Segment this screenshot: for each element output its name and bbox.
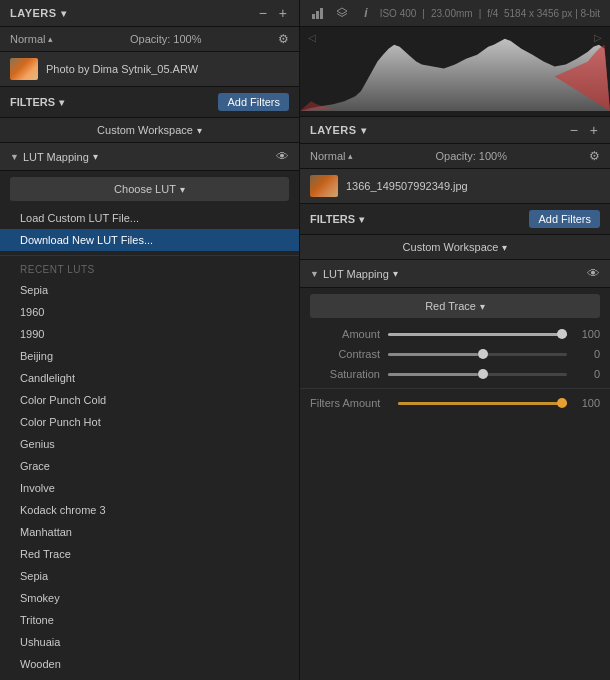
histogram-labels: ◁ ▷ <box>300 32 610 43</box>
list-item[interactable]: Red Trace <box>0 543 299 565</box>
list-item[interactable]: Tritone <box>0 609 299 631</box>
chevron-down-icon: ▾ <box>359 214 364 225</box>
settings-button[interactable]: ⚙ <box>278 32 289 46</box>
histogram-icon[interactable] <box>310 5 326 21</box>
right-layers-title: LAYERS ▾ <box>310 124 366 136</box>
right-workspace-selector[interactable]: Custom Workspace ▾ <box>403 241 508 253</box>
contrast-row: Contrast 0 <box>300 344 610 364</box>
triangle-down-icon: ▼ <box>310 269 319 279</box>
thumbnail-image <box>10 58 38 80</box>
right-minimize-button[interactable]: − <box>568 123 580 137</box>
list-item[interactable]: 1960 <box>0 301 299 323</box>
right-settings-button[interactable]: ⚙ <box>589 149 600 163</box>
chevron-down-icon: ▾ <box>180 184 185 195</box>
list-item[interactable]: Wooden <box>0 653 299 675</box>
list-item[interactable]: Genius <box>0 433 299 455</box>
right-blend-mode[interactable]: Normal ▴ <box>310 150 353 162</box>
file-info: ISO 400 | 23.00mm | f/4 <box>380 8 499 19</box>
lut-mapping-row: ▼ LUT Mapping ▾ 👁 <box>0 143 299 171</box>
amount-fill <box>388 333 567 336</box>
visibility-toggle[interactable]: 👁 <box>276 149 289 164</box>
amount-thumb[interactable] <box>557 329 567 339</box>
filters-amount-slider[interactable] <box>398 402 567 405</box>
contrast-label: Contrast <box>310 348 380 360</box>
chevron-up-icon: ▴ <box>48 34 53 44</box>
layers-actions: − + <box>257 6 289 20</box>
saturation-value: 0 <box>575 368 600 380</box>
chevron-down-icon: ▾ <box>59 97 64 108</box>
list-item[interactable]: Sepia <box>0 565 299 587</box>
right-add-filters-button[interactable]: Add Filters <box>529 210 600 228</box>
amount-label: Amount <box>310 328 380 340</box>
amount-row: Amount 100 <box>300 324 610 344</box>
workspace-selector[interactable]: Custom Workspace ▾ <box>97 124 202 136</box>
recent-luts-label: RECENT LUTS <box>0 260 299 279</box>
list-item[interactable]: Color Punch Hot <box>0 411 299 433</box>
filters-amount-thumb[interactable] <box>557 398 567 408</box>
add-filters-button[interactable]: Add Filters <box>218 93 289 111</box>
saturation-fill <box>388 373 478 376</box>
list-item[interactable]: Candlelight <box>0 367 299 389</box>
right-lut-mapping-row: ▼ LUT Mapping ▾ 👁 <box>300 260 610 288</box>
minimize-button[interactable]: − <box>257 6 269 20</box>
choose-lut-button[interactable]: Choose LUT ▾ <box>10 177 289 201</box>
list-item[interactable]: Sepia <box>0 279 299 301</box>
focal-length: 23.00mm <box>431 8 473 19</box>
list-item[interactable]: Ushuaia <box>0 631 299 653</box>
right-add-layer-button[interactable]: + <box>588 123 600 137</box>
hist-left-arrow: ◁ <box>308 32 316 43</box>
right-top-bar: i ISO 400 | 23.00mm | f/4 5184 x 3456 px… <box>300 0 610 27</box>
chevron-down-icon: ▾ <box>361 125 367 136</box>
red-trace-button[interactable]: Red Trace ▾ <box>310 294 600 318</box>
workspace-row: Custom Workspace ▾ <box>0 118 299 143</box>
filters-amount-label: Filters Amount <box>310 397 390 409</box>
photo-thumbnail <box>10 58 38 80</box>
right-lut-mapping-label: ▼ LUT Mapping ▾ <box>310 268 398 280</box>
list-item[interactable]: Smokey <box>0 587 299 609</box>
contrast-slider[interactable] <box>388 353 567 356</box>
layers-header: LAYERS ▾ − + <box>0 0 299 27</box>
divider <box>0 255 299 256</box>
saturation-thumb[interactable] <box>478 369 488 379</box>
contrast-thumb[interactable] <box>478 349 488 359</box>
right-panel: i ISO 400 | 23.00mm | f/4 5184 x 3456 px… <box>300 0 610 680</box>
filters-amount-row: Filters Amount 100 <box>300 388 610 417</box>
view-icons: i <box>310 5 374 21</box>
right-opacity-row: Normal ▴ Opacity: 100% ⚙ <box>300 144 610 169</box>
amount-slider[interactable] <box>388 333 567 336</box>
layers-icon[interactable] <box>334 5 350 21</box>
contrast-value: 0 <box>575 348 600 360</box>
chevron-down-icon: ▾ <box>393 268 398 279</box>
hist-right-arrow: ▷ <box>594 32 602 43</box>
info-icon[interactable]: i <box>358 5 374 21</box>
list-item[interactable]: Manhattan <box>0 521 299 543</box>
list-item[interactable]: 1990 <box>0 323 299 345</box>
saturation-row: Saturation 0 <box>300 364 610 384</box>
triangle-down-icon: ▼ <box>10 152 19 162</box>
list-item[interactable]: Beijing <box>0 345 299 367</box>
layers-title: LAYERS ▾ <box>10 7 66 19</box>
right-photo-thumbnail <box>310 175 338 197</box>
right-workspace-row: Custom Workspace ▾ <box>300 235 610 260</box>
list-item[interactable]: Grace <box>0 455 299 477</box>
right-photo-filename: 1366_149507992349.jpg <box>346 180 468 192</box>
filters-amount-fill <box>398 402 567 405</box>
filters-amount-value: 100 <box>575 397 600 409</box>
add-layer-button[interactable]: + <box>277 6 289 20</box>
lut-dropdown: Choose LUT ▾ Load Custom LUT File... Dow… <box>0 171 299 680</box>
download-lut-option[interactable]: Download New LUT Files... <box>0 229 299 251</box>
contrast-fill <box>388 353 478 356</box>
load-custom-lut-option[interactable]: Load Custom LUT File... <box>0 207 299 229</box>
opacity-value: Opacity: 100% <box>130 33 202 45</box>
amount-value: 100 <box>575 328 600 340</box>
left-panel: LAYERS ▾ − + Normal ▴ Opacity: 100% ⚙ Ph… <box>0 0 300 680</box>
filters-header: FILTERS ▾ Add Filters <box>0 87 299 118</box>
blend-mode-selector[interactable]: Normal ▴ <box>10 33 53 45</box>
right-filters-title: FILTERS ▾ <box>310 213 364 225</box>
list-item[interactable]: Kodack chrome 3 <box>0 499 299 521</box>
list-item[interactable]: Color Punch Cold <box>0 389 299 411</box>
list-item[interactable]: Involve <box>0 477 299 499</box>
right-visibility-toggle[interactable]: 👁 <box>587 266 600 281</box>
saturation-slider[interactable] <box>388 373 567 376</box>
opacity-row: Normal ▴ Opacity: 100% ⚙ <box>0 27 299 52</box>
